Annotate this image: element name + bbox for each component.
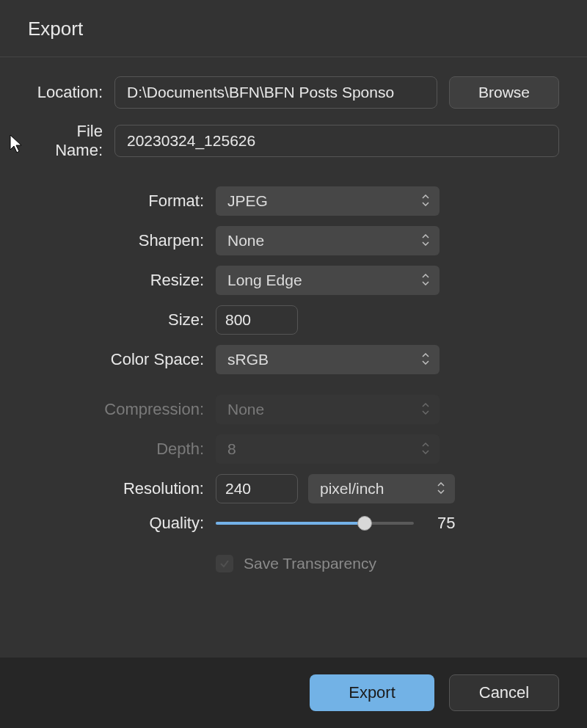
sharpen-row: Sharpen: None	[28, 226, 559, 255]
resolution-input[interactable]	[216, 474, 298, 503]
export-button[interactable]: Export	[310, 674, 434, 711]
depth-value: 8	[227, 440, 236, 458]
filename-input[interactable]	[114, 125, 559, 157]
dialog-body: Location: Browse File Name: Format: JPEG…	[0, 57, 587, 572]
quality-value: 75	[437, 514, 467, 533]
colorspace-row: Color Space: sRGB	[28, 345, 559, 374]
size-label: Size:	[28, 310, 216, 330]
resize-label: Resize:	[28, 271, 216, 290]
chevron-updown-icon	[422, 274, 429, 287]
compression-value: None	[227, 401, 264, 418]
depth-label: Depth:	[28, 440, 216, 459]
quality-label: Quality:	[28, 514, 216, 533]
slider-fill	[216, 522, 365, 525]
resize-dropdown[interactable]: Long Edge	[216, 266, 440, 295]
compression-row: Compression: None	[28, 395, 559, 424]
chevron-updown-icon	[422, 234, 429, 247]
chevron-updown-icon	[422, 194, 429, 208]
transparency-row: Save Transparency	[216, 555, 559, 572]
location-input[interactable]	[114, 76, 437, 109]
filename-row: File Name:	[28, 122, 559, 160]
sharpen-dropdown[interactable]: None	[216, 226, 440, 255]
compression-dropdown: None	[216, 395, 440, 424]
check-icon	[219, 558, 230, 569]
dialog-title: Export	[0, 0, 587, 57]
slider-thumb[interactable]	[357, 516, 372, 531]
size-input[interactable]	[216, 305, 298, 335]
colorspace-value: sRGB	[227, 351, 269, 368]
depth-row: Depth: 8	[28, 434, 559, 464]
chevron-updown-icon	[422, 443, 429, 456]
filename-label: File Name:	[28, 122, 114, 160]
resize-row: Resize: Long Edge	[28, 266, 559, 295]
sharpen-label: Sharpen:	[28, 231, 216, 250]
colorspace-dropdown[interactable]: sRGB	[216, 345, 440, 374]
transparency-label: Save Transparency	[244, 555, 376, 572]
location-row: Location: Browse	[28, 76, 559, 109]
chevron-updown-icon	[422, 403, 429, 416]
chevron-updown-icon	[437, 482, 445, 495]
location-label: Location:	[28, 83, 114, 102]
sharpen-value: None	[227, 232, 264, 250]
cancel-button[interactable]: Cancel	[449, 674, 559, 711]
colorspace-label: Color Space:	[28, 350, 216, 369]
dialog-footer: Export Cancel	[0, 658, 587, 728]
size-row: Size:	[28, 305, 559, 335]
options-block: Format: JPEG Sharpen: None Resize: Long …	[28, 186, 559, 572]
compression-label: Compression:	[28, 400, 216, 419]
quality-slider[interactable]	[216, 516, 414, 531]
resolution-row: Resolution: pixel/inch	[28, 474, 559, 503]
resolution-unit-dropdown[interactable]: pixel/inch	[308, 474, 455, 503]
quality-row: Quality: 75	[28, 514, 559, 533]
format-dropdown[interactable]: JPEG	[216, 186, 440, 216]
resolution-unit-value: pixel/inch	[320, 480, 384, 498]
resize-value: Long Edge	[227, 272, 302, 289]
format-label: Format:	[28, 192, 216, 211]
chevron-updown-icon	[422, 353, 429, 366]
format-value: JPEG	[227, 192, 268, 210]
transparency-checkbox	[216, 555, 233, 572]
resolution-label: Resolution:	[28, 479, 216, 498]
format-row: Format: JPEG	[28, 186, 559, 216]
browse-button[interactable]: Browse	[449, 76, 559, 109]
depth-dropdown: 8	[216, 434, 440, 464]
